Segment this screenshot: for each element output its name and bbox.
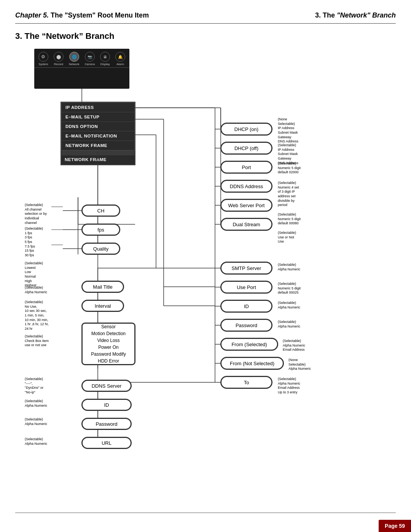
diagram-area: ⚙ System ● Record 🌐 Network 📷 Camera 🖥 D… bbox=[19, 49, 392, 506]
node-mail-title[interactable]: Mail Title bbox=[82, 281, 124, 292]
annotation-smtp-server: (Selectable)Alpha Numeric bbox=[278, 263, 300, 272]
annotation-from-not-selected: (NoneSelectable)Alpha Numeric bbox=[288, 358, 311, 371]
annotation-password-ddns: (Selectable)Alpha Numeric bbox=[25, 417, 47, 426]
annotation-to: (Selectable)Alpha NumericEmail AddressUp… bbox=[278, 377, 300, 395]
node-interval[interactable]: Interval bbox=[82, 300, 124, 312]
annotation-password-smtp: (Selectable)Alpha Numeric bbox=[278, 320, 300, 329]
menu-item-ip[interactable]: IP ADDRESS bbox=[62, 103, 134, 112]
annotation-interval: (Selectable)No Use,10 sec 30 sec,1 min, … bbox=[25, 300, 49, 331]
annotation-web-server-port: (Selectable)Numeric 4 setof 3 digit IPad… bbox=[278, 181, 299, 208]
annotation-ch: (Selectable)All channelselection or byin… bbox=[25, 203, 47, 225]
node-url[interactable]: URL bbox=[82, 437, 131, 449]
annotation-ddns-server: (Selectable)"----","DynDns" or"No-ip" bbox=[25, 377, 43, 395]
annotation-use-port: (Selectable)Numeric 5 digitdefault 00025 bbox=[278, 282, 301, 295]
node-password-smtp[interactable]: Password bbox=[221, 319, 272, 331]
annotation-fps: (Selectable)1 fps3 fps5 fps7.5 fps15 fps… bbox=[25, 227, 43, 258]
bottom-line bbox=[15, 513, 396, 513]
annotation-id-smtp: (Selectable)Alpha Numeric bbox=[278, 301, 300, 310]
node-ddns-address[interactable]: DDNS Address bbox=[221, 180, 272, 192]
main-menu-box: IP ADDRESS E–MAIL SETUP DDNS OPTION E–MA… bbox=[61, 102, 135, 151]
node-use-port[interactable]: Use Port bbox=[221, 281, 272, 293]
branch-title-right: 3. The "Network" Branch bbox=[315, 11, 396, 19]
annotation-url: (Selectable)Alpha Numeric bbox=[25, 437, 47, 446]
node-quality[interactable]: Quality bbox=[82, 243, 120, 254]
annotation-mail-title: (Selectable)Alpha Numeric bbox=[25, 286, 47, 294]
chapter-title: Chapter 5. The "System" Root Menu Item bbox=[15, 11, 149, 19]
section-title: 3. The “Network” Branch bbox=[15, 31, 396, 41]
node-ch[interactable]: CH bbox=[82, 205, 120, 216]
node-port[interactable]: Port bbox=[221, 161, 272, 173]
header-top: Chapter 5. The "System" Root Menu Item 3… bbox=[15, 11, 396, 19]
node-smtp-server[interactable]: SMTP Server bbox=[221, 262, 272, 274]
annotation-dual-stream-1: (Selectable)Numeric 5 digitdefault 00080 bbox=[278, 212, 301, 226]
node-from-not-selected[interactable]: From (Not Selected) bbox=[221, 357, 284, 369]
menu-item-ddns[interactable]: DDNS OPTION bbox=[62, 122, 134, 131]
annotation-id-ddns: (Selectable)Alpha Numeric bbox=[25, 399, 47, 408]
annotation-port: (Selectable)Numeric 5 digitdefault 02000 bbox=[278, 161, 301, 175]
annotation-quality: (Selectable)LowestLowNormalHighHighest bbox=[25, 261, 43, 288]
node-dual-stream[interactable]: Dual Stream bbox=[221, 218, 272, 230]
node-from-selected[interactable]: From (Selected) bbox=[221, 338, 278, 350]
annotation-dual-stream-2: (Selectable)Use or NotUse bbox=[278, 231, 296, 244]
node-password-ddns[interactable]: Password bbox=[82, 418, 131, 430]
annotation-from-selected: (Selectable)Alpha NumericEmail Address bbox=[283, 339, 305, 352]
menu-item-email-notify[interactable]: E–MAIL NOTIFICATION bbox=[62, 131, 134, 141]
page-container: Chapter 5. The "System" Root Menu Item 3… bbox=[0, 0, 411, 532]
annotation-sensor: (Selectable)Check Box itemuse or not use bbox=[25, 334, 49, 348]
node-id-ddns[interactable]: ID bbox=[82, 399, 131, 411]
node-id-smtp[interactable]: ID bbox=[221, 300, 272, 312]
svg-text:NETWORK FRAME: NETWORK FRAME bbox=[65, 157, 107, 162]
node-sensor-block[interactable]: SensorMotion DetectionVideo LossPower On… bbox=[82, 323, 135, 365]
node-to[interactable]: To bbox=[221, 376, 272, 388]
node-fps[interactable]: fps bbox=[82, 224, 120, 235]
annotation-ip-top: (NoneSelectable)IP AddressSubnet MaskGat… bbox=[278, 117, 298, 144]
menu-screenshot: ⚙ System ⬤ Record 🌐 Network 📷 Camera 🖥 bbox=[34, 49, 129, 89]
node-dhcp-on[interactable]: DHCP (on) bbox=[221, 123, 272, 135]
node-web-server-port[interactable]: Web Server Port bbox=[221, 199, 272, 211]
page-number: Page 59 bbox=[379, 520, 411, 532]
node-ddns-server[interactable]: DDNS Server bbox=[82, 380, 131, 391]
menu-item-network-frame[interactable]: NETWORK FRAME bbox=[62, 141, 134, 150]
menu-item-email-setup[interactable]: E–MAIL SETUP bbox=[62, 112, 134, 122]
node-dhcp-off[interactable]: DHCP (off) bbox=[221, 142, 272, 154]
header-divider bbox=[15, 23, 396, 24]
